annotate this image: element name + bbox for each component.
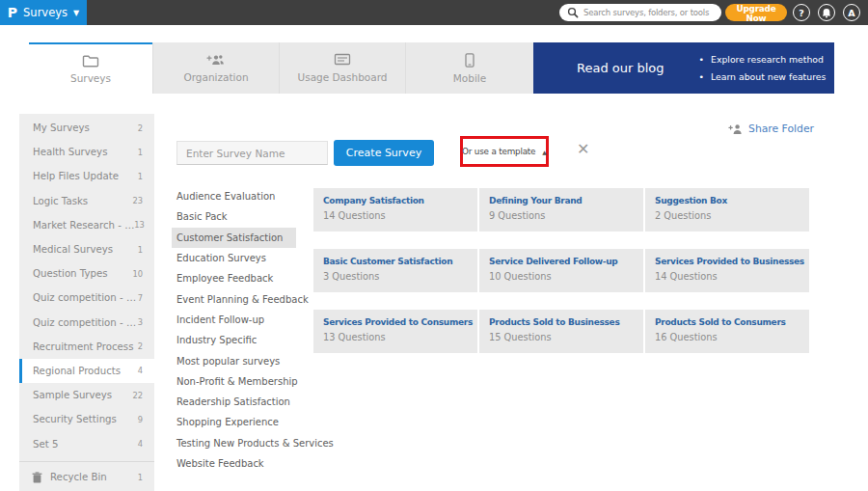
use-template-dropdown[interactable]: Or use a template ▲ xyxy=(462,147,547,156)
search-input[interactable] xyxy=(583,8,714,17)
trash-icon xyxy=(32,472,42,483)
global-search[interactable] xyxy=(559,4,721,21)
template-card[interactable]: Basic Customer Satisfaction 3 Questions xyxy=(313,249,477,292)
sidebar-folder-item[interactable]: Logic Tasks 23 xyxy=(19,189,154,213)
sidebar-folder-item[interactable]: Sample Surveys 22 xyxy=(19,383,154,407)
avatar[interactable]: A xyxy=(843,4,860,21)
recycle-bin-count: 1 xyxy=(138,473,143,482)
category-label: Incident Follow-up xyxy=(176,314,264,325)
sidebar-folder-item[interactable]: My Surveys 2 xyxy=(19,116,154,140)
template-card[interactable]: Services Provided to Consumers 13 Questi… xyxy=(313,310,477,353)
folder-label: Sample Surveys xyxy=(33,390,112,400)
sidebar-divider xyxy=(19,461,154,462)
template-title: Suggestion Box xyxy=(655,196,800,205)
sidebar-folder-item[interactable]: Quiz competition - … 7 xyxy=(19,286,154,310)
folder-count: 1 xyxy=(138,172,143,181)
sidebar-folder-item[interactable]: Set 5 4 xyxy=(19,431,154,455)
template-category[interactable]: Incident Follow-up xyxy=(172,310,296,330)
blog-banner[interactable]: Read our blog Explore research method Le… xyxy=(533,42,834,94)
tab-mobile[interactable]: Mobile xyxy=(405,42,533,94)
template-category[interactable]: Industry Specific xyxy=(172,330,296,350)
folder-count: 9 xyxy=(138,415,143,424)
category-label: Audience Evaluation xyxy=(176,191,275,202)
top-bar: P Surveys ▼ Upgrade Now ? A xyxy=(0,0,868,25)
template-category[interactable]: Non-Profit & Membership xyxy=(172,371,296,392)
folder-label: Security Settings xyxy=(33,414,117,424)
bell-icon xyxy=(822,8,831,18)
sidebar-item-recycle-bin[interactable]: Recycle Bin 1 xyxy=(19,465,154,490)
folder-count: 1 xyxy=(138,245,143,255)
dashboard-icon xyxy=(334,53,351,67)
template-category[interactable]: Testing New Products & Services xyxy=(172,433,296,453)
survey-name-input[interactable] xyxy=(176,141,328,165)
template-question-count: 14 Questions xyxy=(323,210,468,221)
template-title: Defining Your Brand xyxy=(489,196,634,205)
template-category[interactable]: Audience Evaluation xyxy=(172,186,296,206)
category-label: Shopping Experience xyxy=(176,417,279,427)
template-category[interactable]: Event Planning & Feedback xyxy=(172,288,296,309)
sidebar-folder-item[interactable]: Market Research - … 13 xyxy=(19,213,154,237)
sidebar-folder-item[interactable]: Question Types 10 xyxy=(19,261,154,286)
template-title: Company Satisfaction xyxy=(323,196,468,205)
template-card[interactable]: Services Provided to Businesses 14 Quest… xyxy=(645,249,809,292)
category-label: Customer Satisfaction xyxy=(176,232,283,243)
annotation-highlight-box: Or use a template ▲ xyxy=(460,136,549,167)
tab-surveys[interactable]: Surveys xyxy=(29,42,152,94)
sidebar-folder-item[interactable]: Medical Surveys 1 xyxy=(19,237,154,261)
sidebar-folder-item[interactable]: Help Files Update 1 xyxy=(19,164,154,188)
tab-usage-dashboard[interactable]: Usage Dashboard xyxy=(279,42,405,94)
brand-logo: P xyxy=(8,5,17,20)
sidebar-folder-item[interactable]: Quiz competition - … 3 xyxy=(19,311,154,335)
sidebar-folder-item[interactable]: Health Surveys 1 xyxy=(19,140,154,164)
template-category[interactable]: Readership Satisfaction xyxy=(172,392,296,412)
tab-label: Surveys xyxy=(70,72,111,84)
notifications-button[interactable] xyxy=(818,4,835,21)
help-button[interactable]: ? xyxy=(793,4,810,21)
upgrade-now-button[interactable]: Upgrade Now xyxy=(725,4,787,21)
folder-label: Quiz competition - … xyxy=(33,292,136,303)
template-title: Products Sold to Consumers xyxy=(655,317,800,327)
template-category[interactable]: Education Surveys xyxy=(172,248,296,268)
app-menu-surveys[interactable]: P Surveys ▼ xyxy=(0,0,87,25)
folder-icon xyxy=(82,54,99,68)
tab-organization[interactable]: Organization xyxy=(152,42,279,94)
folder-label: Quiz competition - … xyxy=(33,317,136,328)
template-card[interactable]: Company Satisfaction 14 Questions xyxy=(313,188,477,232)
folder-label: Recruitment Process xyxy=(33,341,134,352)
template-question-count: 14 Questions xyxy=(655,271,800,282)
template-question-count: 2 Questions xyxy=(655,210,800,221)
template-title: Products Sold to Businesses xyxy=(489,317,634,327)
use-template-label: Or use a template xyxy=(462,147,535,156)
template-card[interactable]: Service Delivered Follow-up 10 Questions xyxy=(479,249,643,292)
template-card[interactable]: Products Sold to Businesses 15 Questions xyxy=(479,310,643,353)
close-template-panel-button[interactable]: ✕ xyxy=(577,142,589,157)
banner-title: Read our blog xyxy=(577,61,665,75)
folder-count: 13 xyxy=(134,220,145,230)
category-label: Website Feedback xyxy=(176,458,264,469)
app-menu-label: Surveys xyxy=(23,6,68,19)
template-category[interactable]: Customer Satisfaction xyxy=(172,228,296,248)
template-question-count: 3 Questions xyxy=(323,271,468,282)
sidebar-folder-item[interactable]: Regional Products 4 xyxy=(19,359,154,383)
template-category[interactable]: Most popular surveys xyxy=(172,350,296,370)
category-label: Non-Profit & Membership xyxy=(176,376,298,387)
folder-count: 2 xyxy=(138,341,143,351)
template-category[interactable]: Shopping Experience xyxy=(172,412,296,432)
template-question-count: 15 Questions xyxy=(489,332,634,342)
sidebar-folder-item[interactable]: Recruitment Process 2 xyxy=(19,335,154,359)
create-survey-button[interactable]: Create Survey xyxy=(334,140,434,166)
template-category[interactable]: Basic Pack xyxy=(172,206,296,227)
folder-sidebar: My Surveys 2 Health Surveys 1 Help Files… xyxy=(19,114,154,491)
folder-label: Help Files Update xyxy=(33,171,119,181)
folder-label: Medical Surveys xyxy=(33,244,113,255)
organization-people-icon xyxy=(206,53,227,67)
folder-count: 4 xyxy=(138,366,143,375)
sidebar-folder-item[interactable]: Security Settings 9 xyxy=(19,407,154,431)
folder-label: Question Types xyxy=(33,268,108,279)
share-folder-link[interactable]: Share Folder xyxy=(728,123,814,135)
template-card[interactable]: Suggestion Box 2 Questions xyxy=(645,188,809,232)
template-card[interactable]: Products Sold to Consumers 16 Questions xyxy=(645,310,809,353)
template-category[interactable]: Employee Feedback xyxy=(172,268,296,288)
template-category[interactable]: Website Feedback xyxy=(172,453,296,474)
template-card[interactable]: Defining Your Brand 9 Questions xyxy=(479,188,643,232)
